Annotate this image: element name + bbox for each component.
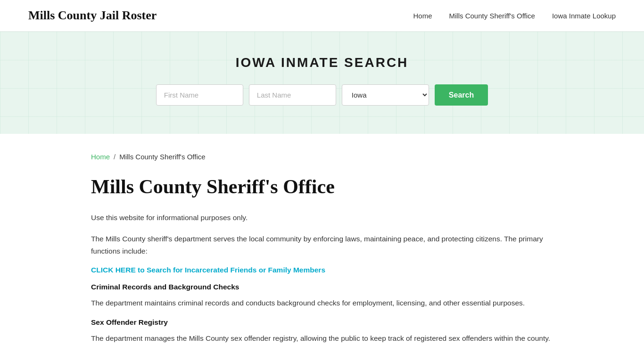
nav-inmate-lookup[interactable]: Iowa Inmate Lookup xyxy=(552,12,616,20)
nav-home[interactable]: Home xyxy=(413,12,432,20)
search-incarcerated-link[interactable]: CLICK HERE to Search for Incarcerated Fr… xyxy=(91,266,553,274)
section1-text: The department maintains criminal record… xyxy=(91,297,553,309)
site-logo[interactable]: Mills County Jail Roster xyxy=(28,8,157,23)
page-title: Mills County Sheriff's Office xyxy=(91,175,553,198)
breadcrumb: Home / Mills County Sheriff's Office xyxy=(91,153,553,161)
site-header: Mills County Jail Roster Home Mills Coun… xyxy=(0,0,644,32)
breadcrumb-separator: / xyxy=(114,153,116,161)
breadcrumb-current: Mills County Sheriff's Office xyxy=(119,153,205,161)
hero-section: IOWA INMATE SEARCH Iowa Alabama Alaska A… xyxy=(0,32,644,134)
first-name-input[interactable] xyxy=(156,84,243,106)
nav-sheriffs-office[interactable]: Mills County Sheriff's Office xyxy=(449,12,535,20)
last-name-input[interactable] xyxy=(249,84,336,106)
intro-paragraph-1: Use this website for informational purpo… xyxy=(91,212,553,224)
state-select[interactable]: Iowa Alabama Alaska Arizona Arkansas Cal… xyxy=(342,84,429,106)
intro-paragraph-2: The Mills County sheriff's department se… xyxy=(91,233,553,258)
section2-heading: Sex Offender Registry xyxy=(91,318,553,327)
breadcrumb-home-link[interactable]: Home xyxy=(91,153,110,161)
section1-heading: Criminal Records and Background Checks xyxy=(91,283,553,291)
main-content: Home / Mills County Sheriff's Office Mil… xyxy=(63,134,581,362)
search-form: Iowa Alabama Alaska Arizona Arkansas Cal… xyxy=(9,84,635,106)
hero-title: IOWA INMATE SEARCH xyxy=(9,55,635,70)
section2-text: The department manages the Mills County … xyxy=(91,332,553,345)
search-button[interactable]: Search xyxy=(435,84,488,106)
main-nav: Home Mills County Sheriff's Office Iowa … xyxy=(413,12,616,20)
